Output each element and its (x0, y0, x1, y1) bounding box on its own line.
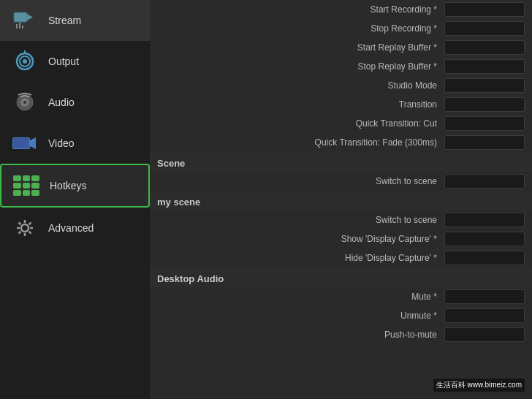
start-replay-buffer-label: Start Replay Buffer * (357, 42, 441, 53)
section-my-scene: my scene (150, 191, 532, 210)
sidebar: Stream Output Audio (0, 0, 150, 399)
hotkey-studio-mode: Studio Mode (150, 76, 532, 95)
quick-transition-cut-input[interactable] (444, 116, 525, 131)
output-icon (10, 50, 39, 73)
sidebar-output-label: Output (48, 56, 79, 67)
hotkey-start-replay-buffer: Start Replay Buffer * (150, 38, 532, 57)
svg-line-21 (29, 232, 31, 234)
hotkey-stop-replay-buffer: Stop Replay Buffer * (150, 57, 532, 76)
switch-scene-label: Switch to scene (376, 176, 441, 186)
hotkey-switch-my-scene: Switch to scene (150, 210, 532, 229)
mute-label: Mute * (411, 292, 441, 302)
hide-display-capture-input[interactable] (444, 251, 525, 265)
svg-line-20 (19, 223, 21, 225)
switch-my-scene-input[interactable] (444, 213, 525, 227)
section-scene: Scene (150, 152, 532, 172)
transition-input[interactable] (444, 97, 525, 112)
push-to-mute-input[interactable] (444, 327, 525, 342)
push-to-mute-label: Push-to-mute (384, 330, 441, 340)
stop-recording-input[interactable] (444, 21, 525, 36)
quick-transition-fade-label: Quick Transition: Fade (300ms) (315, 137, 441, 148)
hotkeys-scroll-area[interactable]: Start Recording * Stop Recording * Start… (150, 0, 532, 399)
mute-input[interactable] (444, 289, 525, 304)
sidebar-item-video[interactable]: Video (0, 123, 150, 164)
stream-icon (10, 9, 39, 32)
svg-point-7 (23, 59, 27, 64)
hotkey-quick-transition-cut: Quick Transition: Cut (150, 114, 532, 133)
start-recording-label: Start Recording * (370, 4, 441, 15)
stop-replay-buffer-input[interactable] (444, 59, 525, 74)
show-display-capture-label: Show 'Display Capture' * (341, 234, 441, 244)
unmute-label: Unmute * (400, 311, 441, 321)
advanced-icon (10, 216, 39, 240)
svg-line-22 (29, 223, 31, 225)
hotkey-transition: Transition (150, 95, 532, 114)
studio-mode-input[interactable] (444, 78, 525, 93)
hotkey-show-display-capture: Show 'Display Capture' * (150, 229, 532, 248)
hotkeys-icon (12, 174, 41, 197)
sidebar-stream-label: Stream (48, 15, 81, 26)
sidebar-audio-label: Audio (48, 96, 75, 108)
quick-transition-cut-label: Quick Transition: Cut (356, 118, 441, 129)
transition-label: Transition (399, 99, 441, 110)
hotkey-hide-display-capture: Hide 'Display Capture' * (150, 248, 532, 267)
show-display-capture-input[interactable] (444, 232, 525, 246)
hide-display-capture-label: Hide 'Display Capture' * (345, 253, 441, 263)
hotkey-push-to-mute: Push-to-mute (150, 325, 532, 344)
svg-point-15 (21, 224, 28, 232)
svg-point-11 (23, 101, 26, 104)
start-replay-buffer-input[interactable] (444, 40, 525, 55)
video-icon (10, 132, 39, 155)
sidebar-item-advanced[interactable]: Advanced (0, 208, 150, 248)
switch-my-scene-label: Switch to scene (376, 215, 441, 225)
svg-rect-13 (13, 138, 29, 148)
hotkey-start-recording: Start Recording * (150, 0, 532, 19)
hotkey-switch-scene: Switch to scene (150, 172, 532, 191)
stop-replay-buffer-label: Stop Replay Buffer * (357, 61, 441, 72)
sidebar-hotkeys-label: Hotkeys (50, 180, 87, 191)
hotkey-unmute: Unmute * (150, 306, 532, 325)
studio-mode-label: Studio Mode (388, 80, 441, 91)
audio-icon (10, 91, 39, 114)
hotkey-mute: Mute * (150, 287, 532, 306)
svg-rect-0 (14, 12, 27, 22)
sidebar-item-stream[interactable]: Stream (0, 0, 150, 41)
sidebar-advanced-label: Advanced (48, 222, 94, 234)
unmute-input[interactable] (444, 308, 525, 323)
svg-marker-1 (27, 14, 33, 20)
section-desktop-audio: Desktop Audio (150, 267, 532, 287)
quick-transition-fade-input[interactable] (444, 135, 525, 150)
content-area: Start Recording * Stop Recording * Start… (150, 0, 532, 399)
sidebar-item-output[interactable]: Output (0, 41, 150, 82)
svg-marker-14 (30, 137, 36, 149)
start-recording-input[interactable] (444, 2, 525, 17)
sidebar-item-audio[interactable]: Audio (0, 82, 150, 123)
sidebar-item-hotkeys[interactable]: Hotkeys (0, 164, 150, 208)
sidebar-video-label: Video (48, 137, 75, 149)
stop-recording-label: Stop Recording * (370, 23, 441, 34)
svg-line-23 (19, 232, 21, 234)
hotkey-stop-recording: Stop Recording * (150, 19, 532, 38)
hotkey-quick-transition-fade: Quick Transition: Fade (300ms) (150, 133, 532, 152)
switch-scene-input[interactable] (444, 174, 525, 189)
